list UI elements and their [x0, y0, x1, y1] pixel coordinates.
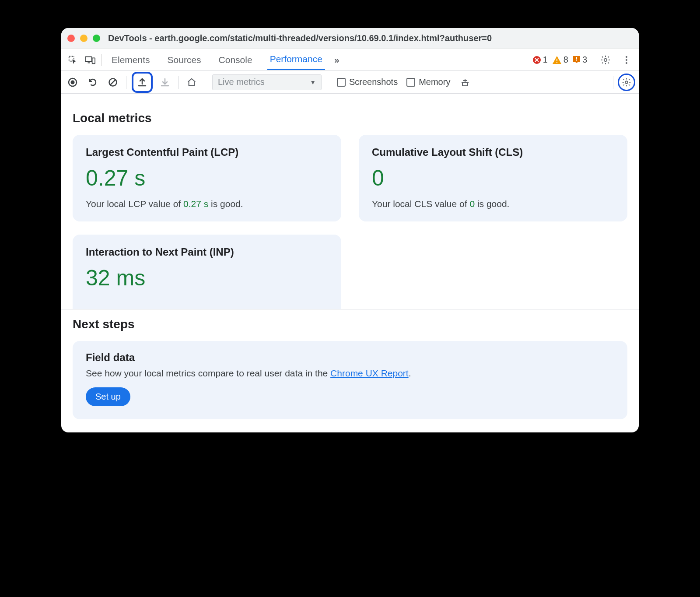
svg-point-10	[626, 56, 627, 58]
settings-gear-icon[interactable]	[597, 51, 614, 69]
svg-rect-5	[556, 62, 557, 63]
divider	[613, 76, 613, 89]
svg-point-9	[604, 58, 607, 61]
divider	[102, 54, 102, 66]
svg-rect-2	[92, 58, 95, 63]
highlighted-settings-button	[618, 74, 635, 91]
tab-elements[interactable]: Elements	[109, 50, 153, 70]
field-data-card: Field data See how your local metrics co…	[73, 341, 627, 419]
lcp-card: Largest Contentful Paint (LCP) 0.27 s Yo…	[73, 135, 341, 221]
tab-console[interactable]: Console	[216, 50, 255, 70]
svg-line-16	[110, 80, 116, 85]
checkbox-icon	[406, 78, 415, 87]
live-metrics-selector[interactable]: Live metrics ▼	[212, 74, 322, 90]
field-data-description: See how your local metrics compare to re…	[86, 368, 614, 379]
svg-rect-4	[556, 59, 557, 61]
divider	[126, 76, 126, 89]
tab-sources[interactable]: Sources	[165, 50, 204, 70]
cls-description: Your local CLS value of 0 is good.	[372, 199, 614, 209]
screenshots-checkbox[interactable]: Screenshots	[337, 77, 398, 87]
window-close-button[interactable]	[67, 35, 75, 42]
inp-value: 32 ms	[86, 265, 328, 291]
issue-flag-icon	[573, 56, 581, 64]
section-divider	[61, 309, 639, 309]
svg-rect-7	[576, 57, 577, 60]
inp-card: Interaction to Next Paint (INP) 32 ms	[73, 235, 341, 309]
divider	[327, 76, 327, 89]
lcp-title: Largest Contentful Paint (LCP)	[86, 146, 328, 158]
cls-value: 0	[372, 165, 614, 191]
tab-list: Elements Sources Console Performance	[109, 49, 325, 70]
download-profile-button[interactable]	[157, 74, 173, 90]
devtools-window: DevTools - earth.google.com/static/multi…	[61, 28, 639, 432]
svg-point-14	[71, 80, 75, 84]
more-tabs-button[interactable]: »	[329, 55, 345, 65]
upload-profile-button[interactable]	[134, 74, 150, 90]
checkbox-icon	[337, 78, 346, 87]
divider	[205, 76, 205, 89]
warning-count: 8	[564, 55, 568, 65]
cls-title: Cumulative Layout Shift (CLS)	[372, 146, 614, 158]
warning-icon	[552, 56, 562, 64]
error-icon	[532, 56, 541, 64]
svg-rect-1	[85, 56, 92, 61]
issues-summary[interactable]: 1 8 3	[532, 55, 590, 65]
window-title: DevTools - earth.google.com/static/multi…	[108, 33, 492, 43]
collect-garbage-icon[interactable]	[457, 74, 473, 90]
clear-button[interactable]	[105, 74, 121, 90]
cls-card: Cumulative Layout Shift (CLS) 0 Your loc…	[359, 135, 627, 221]
window-fullscreen-button[interactable]	[93, 35, 100, 42]
svg-point-12	[626, 62, 627, 64]
record-button[interactable]	[65, 74, 80, 90]
metrics-row-1: Largest Contentful Paint (LCP) 0.27 s Yo…	[73, 135, 627, 221]
performance-toolbar: Live metrics ▼ Screenshots Memory	[61, 71, 639, 94]
lcp-value: 0.27 s	[86, 165, 328, 191]
panel-tabs-bar: Elements Sources Console Performance » 1…	[61, 49, 639, 71]
chrome-ux-report-link[interactable]: Chrome UX Report	[330, 368, 409, 378]
highlighted-upload-button	[132, 72, 153, 93]
screenshots-label: Screenshots	[349, 77, 398, 87]
kebab-menu-icon[interactable]	[618, 51, 635, 69]
chevron-down-icon: ▼	[310, 79, 316, 86]
window-minimize-button[interactable]	[80, 35, 88, 42]
memory-checkbox[interactable]: Memory	[406, 77, 450, 87]
issue-count: 3	[582, 55, 587, 65]
titlebar: DevTools - earth.google.com/static/multi…	[61, 28, 639, 49]
svg-rect-8	[576, 60, 577, 61]
inp-title: Interaction to Next Paint (INP)	[86, 246, 328, 258]
metrics-row-2: Interaction to Next Paint (INP) 32 ms	[73, 235, 627, 309]
next-steps-heading: Next steps	[73, 317, 627, 331]
performance-panel-content: Local metrics Largest Contentful Paint (…	[61, 94, 639, 432]
selector-label: Live metrics	[218, 77, 265, 87]
divider	[178, 76, 178, 89]
reload-record-button[interactable]	[85, 74, 101, 90]
tab-performance[interactable]: Performance	[267, 49, 325, 70]
field-data-title: Field data	[86, 351, 614, 364]
home-icon[interactable]	[184, 74, 200, 90]
memory-label: Memory	[419, 77, 450, 87]
svg-point-11	[626, 59, 627, 61]
lcp-description: Your local LCP value of 0.27 s is good.	[86, 199, 328, 209]
device-toolbar-icon[interactable]	[81, 51, 99, 69]
error-count: 1	[543, 55, 548, 65]
local-metrics-heading: Local metrics	[73, 111, 627, 125]
svg-point-17	[625, 81, 628, 84]
set-up-button[interactable]: Set up	[86, 387, 130, 406]
capture-settings-icon[interactable]	[622, 77, 631, 87]
inspect-element-icon[interactable]	[64, 51, 81, 69]
